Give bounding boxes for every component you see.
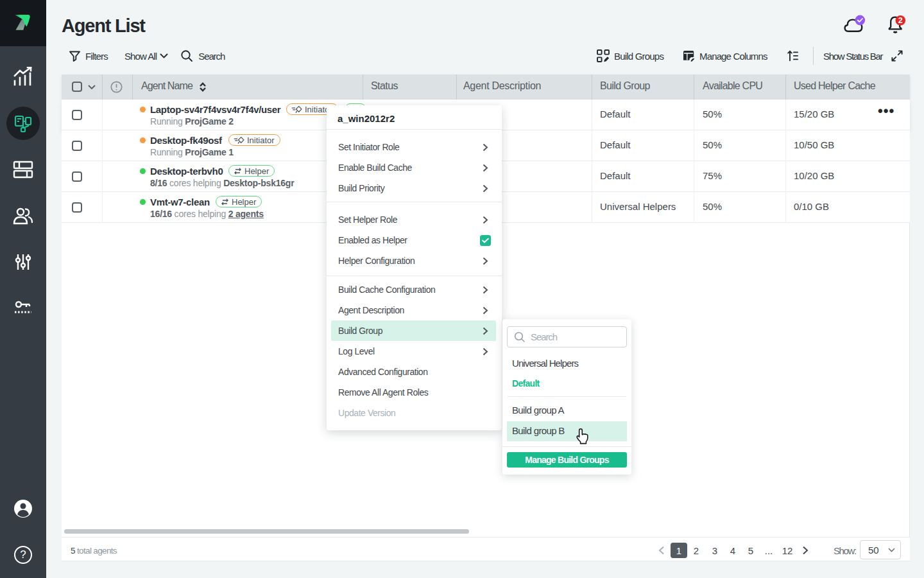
svg-text:2: 2 [898,16,903,25]
